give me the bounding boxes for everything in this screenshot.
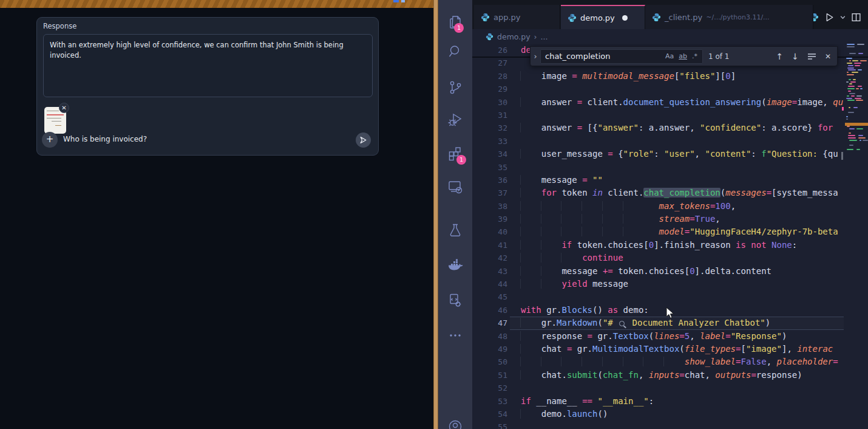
line-number: 27 bbox=[472, 57, 507, 69]
tab-path-description: ~/.../python3.11/... bbox=[706, 13, 769, 21]
python-icon bbox=[568, 13, 577, 22]
code-line-44[interactable]: 44 yield message bbox=[472, 278, 868, 290]
line-number: 42 bbox=[472, 252, 507, 264]
editor-actions bbox=[813, 5, 868, 29]
remove-image-button[interactable]: ✕ bbox=[59, 103, 69, 113]
editor-tab-bar: app.py demo.py _client.py ~/.../python3.… bbox=[472, 0, 868, 29]
send-button[interactable] bbox=[356, 132, 371, 148]
line-number: 43 bbox=[472, 265, 507, 278]
unsaved-dot[interactable] bbox=[622, 15, 628, 21]
scrollbar-slider[interactable] bbox=[841, 152, 843, 160]
code-line-40[interactable]: 40 model="HuggingFaceH4/zephyr-7b-beta bbox=[472, 225, 868, 238]
code-line-32[interactable]: 32 answer = [{"answer": a.answer, "confi… bbox=[472, 122, 868, 134]
run-dropdown-chevron[interactable] bbox=[839, 14, 846, 21]
line-number: 33 bbox=[472, 135, 507, 148]
code-line-36[interactable]: 36 message = "" bbox=[472, 174, 868, 187]
tab-label: demo.py bbox=[580, 13, 615, 22]
line-number: 44 bbox=[472, 278, 507, 290]
split-editor-button[interactable] bbox=[851, 12, 861, 22]
breadcrumb[interactable]: demo.py › ... bbox=[472, 29, 868, 44]
code-line-37[interactable]: 37 for token in client.chat_completion(m… bbox=[472, 187, 868, 199]
gradio-app-pane: Response With an extremely high level of… bbox=[0, 0, 433, 429]
send-arrow-icon bbox=[359, 136, 367, 144]
code-line-29[interactable]: 29 bbox=[472, 83, 868, 95]
docker-icon[interactable] bbox=[447, 257, 464, 274]
line-number: 38 bbox=[472, 200, 507, 213]
code-line-54[interactable]: 54 demo.launch() bbox=[472, 408, 868, 420]
code-line-48[interactable]: 48 response = gr.Textbox(lines=5, label=… bbox=[472, 330, 868, 343]
test-beaker-icon[interactable] bbox=[447, 222, 464, 239]
line-number: 26 bbox=[472, 44, 507, 57]
python-icon bbox=[486, 33, 493, 41]
response-textarea[interactable]: With an extremely high level of confiden… bbox=[43, 34, 373, 97]
code-line-45[interactable]: 45 bbox=[472, 290, 868, 303]
find-previous-button[interactable]: ↑ bbox=[776, 52, 783, 61]
code-line-38[interactable]: 38 max_tokens=100, bbox=[472, 200, 868, 213]
chat-card: Response With an extremely high level of… bbox=[36, 17, 379, 156]
add-file-button[interactable]: + bbox=[42, 132, 58, 148]
toggle-replace-chevron[interactable]: › bbox=[531, 52, 540, 61]
magnifier-emoji bbox=[619, 321, 625, 326]
code-line-35[interactable]: 35 bbox=[472, 161, 868, 174]
match-case-toggle[interactable]: Aa bbox=[663, 52, 676, 60]
code-line-49[interactable]: 49 chat = gr.MultimodalTextbox(file_type… bbox=[472, 343, 868, 355]
line-number: 54 bbox=[472, 408, 507, 420]
line-number: 46 bbox=[472, 304, 507, 317]
chat-input-row: + Who is being invoiced? bbox=[37, 131, 378, 149]
line-number: 47 bbox=[472, 317, 507, 329]
remote-explorer-icon[interactable] bbox=[447, 178, 464, 195]
breadcrumb-file[interactable]: demo.py bbox=[497, 32, 531, 41]
tab-label: app.py bbox=[493, 13, 521, 22]
code-line-52[interactable]: 52 bbox=[472, 382, 868, 394]
code-line-41[interactable]: 41 if token.choices[0].finish_reason is … bbox=[472, 239, 868, 252]
regex-toggle[interactable]: .* bbox=[690, 52, 700, 60]
line-number: 37 bbox=[472, 187, 507, 199]
line-number: 53 bbox=[472, 395, 507, 408]
code-line-39[interactable]: 39 stream=True, bbox=[472, 213, 868, 225]
line-number: 50 bbox=[472, 355, 507, 368]
run-debug-icon[interactable] bbox=[447, 111, 464, 128]
tab-demo-py[interactable]: demo.py bbox=[561, 5, 645, 29]
tab-client-py[interactable]: _client.py ~/.../python3.11/... bbox=[645, 5, 813, 29]
code-line-33[interactable]: 33 bbox=[472, 135, 868, 148]
mouse-cursor bbox=[665, 307, 674, 320]
whole-word-toggle[interactable]: ab bbox=[676, 52, 690, 60]
account-icon[interactable] bbox=[447, 418, 464, 429]
code-line-55[interactable]: 55 bbox=[472, 420, 868, 429]
code-line-28[interactable]: 28 image = multimodal_message["files"][0… bbox=[472, 70, 868, 83]
find-input-box: Aa ab .* bbox=[540, 49, 703, 64]
minimap[interactable] bbox=[845, 36, 868, 152]
line-number: 36 bbox=[472, 174, 507, 187]
find-next-button[interactable]: ↓ bbox=[792, 52, 799, 61]
code-line-53[interactable]: 53if __name__ == "__main__": bbox=[472, 395, 868, 408]
window-top-bar bbox=[0, 0, 433, 8]
line-number: 49 bbox=[472, 343, 507, 355]
code-line-50[interactable]: 50 show_label=False, placeholder= bbox=[472, 355, 868, 368]
dev-container-config-icon[interactable] bbox=[447, 292, 464, 309]
code-line-30[interactable]: 30 answer = client.document_question_ans… bbox=[472, 96, 868, 109]
tab-app-py[interactable]: app.py bbox=[474, 5, 560, 29]
search-icon[interactable] bbox=[447, 43, 464, 60]
line-number: 48 bbox=[472, 330, 507, 343]
code-line-51[interactable]: 51 chat.submit(chat_fn, inputs=chat, out… bbox=[472, 369, 868, 382]
code-line-31[interactable]: 31 bbox=[472, 109, 868, 122]
breadcrumb-symbol[interactable]: ... bbox=[541, 32, 548, 41]
line-number: 32 bbox=[472, 122, 507, 134]
line-number: 34 bbox=[472, 148, 507, 160]
run-python-file-button[interactable] bbox=[824, 12, 835, 22]
find-widget: › Aa ab .* 1 of 1 ↑ ↓ ✕ bbox=[530, 46, 838, 66]
source-control-icon[interactable] bbox=[447, 79, 464, 96]
top-bar-speck bbox=[401, 0, 405, 2]
find-close-button[interactable]: ✕ bbox=[825, 52, 831, 61]
code-line-42[interactable]: 42 continue bbox=[472, 252, 868, 264]
window-divider[interactable] bbox=[433, 0, 438, 429]
code-editor[interactable]: 26def2728 image = multimodal_message["fi… bbox=[472, 44, 868, 429]
find-input[interactable] bbox=[545, 52, 663, 61]
python-icon bbox=[652, 13, 661, 22]
tab-label: _client.py bbox=[665, 13, 702, 22]
code-line-34[interactable]: 34 user_message = {"role": "user", "cont… bbox=[472, 148, 868, 160]
chat-input[interactable]: Who is being invoiced? bbox=[63, 135, 147, 143]
more-views-icon[interactable] bbox=[447, 329, 464, 346]
code-line-43[interactable]: 43 message += token.choices[0].delta.con… bbox=[472, 265, 868, 278]
find-in-selection-button[interactable] bbox=[807, 53, 816, 60]
